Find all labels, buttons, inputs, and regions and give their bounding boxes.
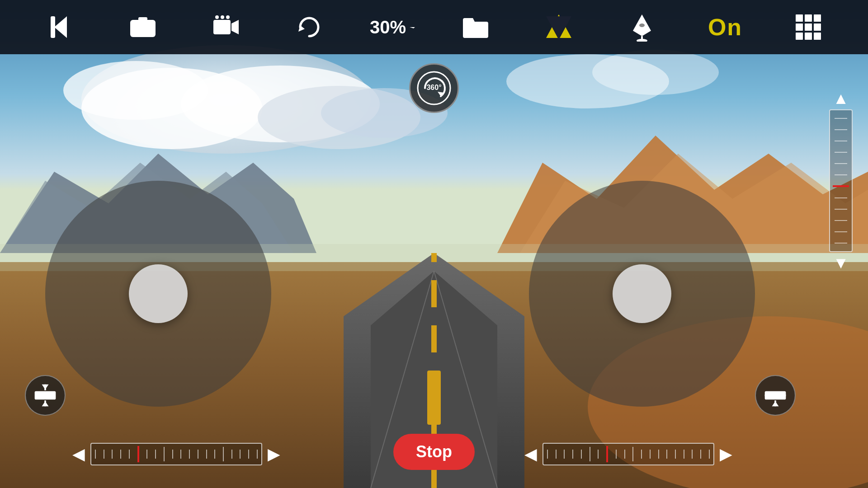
- svg-point-32: [226, 15, 230, 19]
- tick: [95, 450, 96, 459]
- on-label: On: [708, 14, 742, 41]
- tick: [155, 450, 156, 459]
- svg-rect-12: [427, 371, 441, 425]
- percent-label: 30%: [370, 17, 406, 38]
- slider-right-next[interactable]: ▶: [720, 445, 732, 464]
- tick: [164, 447, 165, 461]
- svg-rect-42: [805, 14, 812, 22]
- corner-left-button[interactable]: [25, 375, 66, 416]
- refresh-button[interactable]: [287, 9, 332, 45]
- tick: [641, 450, 642, 459]
- svg-point-17: [63, 61, 208, 120]
- v-slider-up[interactable]: ▲: [833, 90, 849, 107]
- svg-rect-53: [35, 391, 56, 400]
- corner-right-button[interactable]: [755, 375, 796, 416]
- v-tick: [835, 243, 847, 244]
- tick: [240, 450, 241, 459]
- svg-point-26: [140, 26, 146, 31]
- tick: [598, 450, 599, 459]
- tick: [257, 450, 258, 459]
- slider-right-prev[interactable]: ◀: [524, 445, 537, 464]
- tick: [231, 450, 232, 459]
- stop-label: Stop: [416, 442, 452, 461]
- svg-rect-48: [805, 33, 812, 40]
- tick: [112, 450, 113, 459]
- tick: [692, 450, 693, 459]
- tick: [547, 450, 548, 459]
- svg-rect-28: [213, 20, 231, 34]
- v-tick: [835, 220, 847, 221]
- svg-point-20: [592, 50, 719, 95]
- tick: [564, 450, 565, 459]
- slider-left: ◀ ▶: [72, 443, 280, 465]
- slider-left-prev[interactable]: ◀: [72, 445, 85, 464]
- tick: [120, 450, 121, 459]
- tick: [684, 450, 684, 459]
- v-slider-marker: [833, 185, 849, 187]
- left-joystick-knob: [129, 264, 188, 323]
- svg-text:360°: 360°: [426, 84, 441, 91]
- spinner-button[interactable]: [619, 9, 665, 45]
- right-joystick[interactable]: [529, 181, 755, 407]
- vertical-slider[interactable]: ▲ ▼: [827, 90, 854, 271]
- svg-rect-27: [138, 17, 147, 21]
- v-tick: [835, 163, 847, 164]
- tick: [700, 450, 701, 459]
- tick: [632, 447, 633, 461]
- filter-button[interactable]: [536, 9, 581, 45]
- slider-left-track[interactable]: [90, 443, 262, 465]
- svg-rect-47: [796, 33, 803, 40]
- badge-360[interactable]: 360°: [409, 63, 459, 113]
- v-slider-down[interactable]: ▼: [833, 255, 849, 271]
- video-button[interactable]: [203, 9, 249, 45]
- tick: [146, 450, 147, 459]
- left-joystick[interactable]: [45, 181, 271, 407]
- tick: [709, 450, 710, 459]
- svg-rect-23: [51, 16, 55, 38]
- tick: [104, 450, 104, 459]
- svg-rect-44: [796, 23, 803, 31]
- tick: [189, 450, 190, 459]
- svg-rect-43: [814, 14, 821, 22]
- tick: [129, 450, 130, 459]
- slider-left-next[interactable]: ▶: [268, 445, 280, 464]
- v-tick: [835, 129, 847, 130]
- on-toggle[interactable]: On: [703, 9, 748, 45]
- tick: [206, 450, 207, 459]
- grid-button[interactable]: [786, 9, 831, 45]
- tick: [666, 450, 667, 459]
- svg-marker-29: [231, 20, 239, 34]
- tick: [650, 450, 651, 459]
- svg-point-39: [637, 39, 647, 42]
- tick: [172, 450, 173, 459]
- v-tick: [835, 209, 847, 210]
- svg-point-30: [215, 15, 219, 19]
- percent-button[interactable]: 30%: [370, 9, 415, 45]
- back-button[interactable]: [37, 9, 82, 45]
- tick: [180, 450, 181, 459]
- toolbar: 30% On: [0, 0, 868, 54]
- slider-right-track[interactable]: [542, 443, 714, 465]
- tick: [590, 447, 590, 461]
- svg-point-31: [221, 15, 224, 19]
- v-slider-track[interactable]: [829, 109, 853, 252]
- svg-marker-61: [772, 401, 779, 406]
- svg-point-40: [639, 23, 645, 27]
- tick: [223, 447, 224, 461]
- tick: [572, 450, 573, 459]
- folder-button[interactable]: [453, 9, 498, 45]
- stop-button[interactable]: Stop: [393, 434, 475, 470]
- tick: [214, 450, 215, 459]
- tick: [616, 450, 617, 459]
- camera-button[interactable]: [120, 9, 165, 45]
- v-tick: [835, 118, 847, 119]
- tick: [581, 450, 582, 459]
- svg-rect-45: [805, 23, 812, 31]
- v-tick: [835, 152, 847, 153]
- slider-marker: [137, 446, 139, 462]
- tick: [198, 450, 198, 459]
- v-tick: [835, 174, 847, 175]
- v-tick: [835, 141, 847, 141]
- v-tick: [835, 197, 847, 198]
- svg-marker-34: [410, 26, 415, 28]
